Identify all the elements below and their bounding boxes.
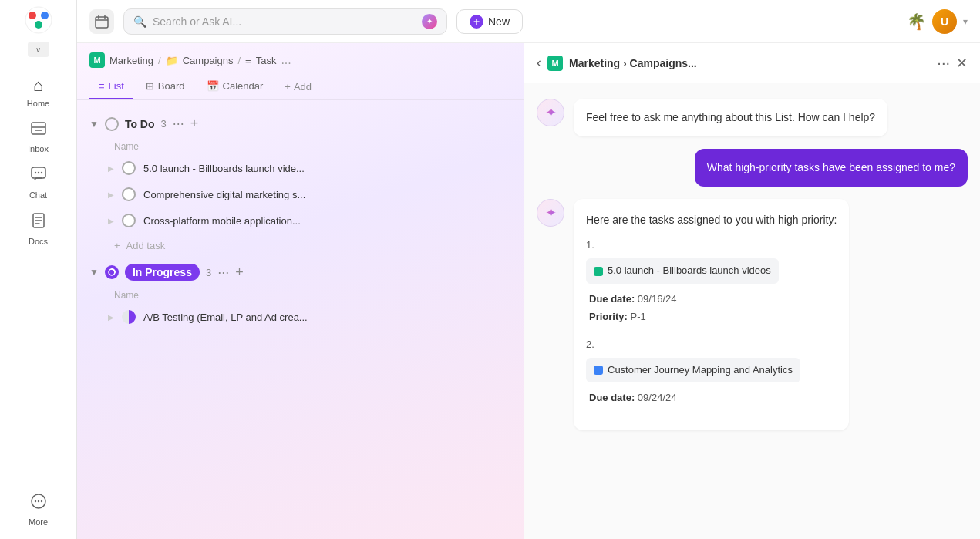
ai-close-button[interactable]: ✕ — [956, 55, 968, 72]
due-value-2: 09/24/24 — [638, 392, 677, 403]
tabs-bar: ≡ List ⊞ Board 📅 Calendar + Add — [77, 74, 524, 100]
breadcrumb-sep1: / — [158, 55, 161, 66]
svg-point-6 — [34, 172, 35, 173]
user-avatar[interactable]: U — [932, 9, 957, 34]
task-result-2: 2. Customer Journey Mapping and Analytic… — [586, 337, 837, 407]
user-message-text-1: What high-priority tasks have been assig… — [707, 161, 955, 173]
ai-workspace-icon: M — [547, 56, 563, 71]
inbox-icon — [30, 120, 47, 141]
task-item[interactable]: ▶ Comprehensive digital marketing s... — [77, 181, 524, 207]
svg-rect-4 — [32, 123, 45, 134]
notification-icon[interactable]: 🌴 — [907, 12, 926, 31]
task-status-circle[interactable] — [122, 187, 136, 201]
ai-more-button[interactable]: ··· — [937, 54, 950, 72]
priority-label-1: Priority: — [589, 311, 628, 322]
ai-response-bubble: Here are the tasks assigned to you with … — [574, 199, 849, 430]
chat-messages: ✦ Feel free to ask me anything about thi… — [524, 83, 980, 539]
task-status-circle[interactable] — [122, 214, 136, 227]
inprogress-add-button[interactable]: + — [235, 264, 244, 281]
task-item[interactable]: ▶ A/B Testing (Email, LP and Ad crea... — [77, 304, 524, 330]
drag-handle-icon: ▶ — [108, 217, 114, 225]
sidebar-item-more[interactable]: More — [0, 487, 76, 533]
task-panel: M Marketing / 📁 Campaigns / ≡ Task ... ≡… — [77, 43, 524, 539]
task-result-number-1: 1. — [586, 237, 837, 254]
workspace-name[interactable]: Marketing — [109, 55, 153, 66]
ai-header-breadcrumb: Marketing › Campaigns... — [569, 57, 931, 69]
sidebar-item-inbox[interactable]: Inbox — [0, 114, 76, 160]
inprogress-group-label: In Progress — [125, 264, 200, 281]
drag-handle-icon: ▶ — [108, 164, 114, 173]
calendar-icon[interactable] — [89, 9, 114, 34]
group-header-todo: ▼ To Do 3 ··· + — [77, 109, 524, 138]
todo-more-button[interactable]: ··· — [173, 116, 184, 132]
task-chip-2[interactable]: Customer Journey Mapping and Analytics — [586, 358, 800, 383]
svg-point-1 — [29, 12, 36, 19]
task-name: A/B Testing (Email, LP and Ad crea... — [143, 312, 308, 323]
inprogress-collapse-icon[interactable]: ▼ — [89, 267, 99, 278]
add-tab-icon: + — [285, 81, 291, 93]
sidebar-item-chat[interactable]: Chat — [0, 160, 76, 206]
due-value-1: 09/16/24 — [638, 293, 677, 305]
due-label-1: Due date: — [589, 293, 635, 305]
svg-point-16 — [40, 500, 42, 502]
calendar-tab-icon: 📅 — [207, 80, 219, 92]
app-logo[interactable] — [25, 6, 52, 37]
ai-message-text-1: Feel free to ask me anything about this … — [586, 111, 875, 123]
add-task-button[interactable]: + Add task — [77, 234, 524, 258]
inprogress-count: 3 — [206, 267, 211, 278]
folder-name[interactable]: Campaigns — [183, 55, 234, 66]
response-intro: Here are the tasks assigned to you with … — [586, 211, 837, 228]
board-tab-icon: ⊞ — [146, 80, 154, 92]
task-status-circle[interactable] — [122, 161, 136, 175]
task-chip-1[interactable]: 5.0 launch - Billboards launch videos — [586, 258, 779, 284]
todo-group-label: To Do — [125, 118, 155, 130]
task-chip-label-2: Customer Journey Mapping and Analytics — [608, 362, 793, 379]
chat-message-ai-2: ✦ Here are the tasks assigned to you wit… — [537, 199, 968, 430]
list-name[interactable]: Task — [256, 55, 277, 66]
sidebar-label-chat: Chat — [29, 190, 47, 200]
tab-add[interactable]: + Add — [275, 75, 321, 99]
calendar-tab-label: Calendar — [223, 80, 264, 92]
chat-icon — [30, 166, 47, 187]
task-chip-dot-2 — [594, 366, 603, 375]
tab-board[interactable]: ⊞ Board — [136, 74, 194, 99]
svg-point-0 — [25, 7, 52, 33]
list-tab-icon: ≡ — [99, 80, 105, 92]
tab-calendar[interactable]: 📅 Calendar — [197, 74, 273, 99]
sidebar-label-docs: Docs — [29, 237, 48, 246]
user-bubble-1: What high-priority tasks have been assig… — [695, 149, 968, 187]
sidebar-label-inbox: Inbox — [28, 144, 49, 153]
breadcrumb-more[interactable]: ... — [281, 53, 291, 67]
task-name: Cross-platform mobile application... — [143, 215, 301, 227]
inprogress-more-button[interactable]: ··· — [217, 264, 229, 281]
task-status-circle-half[interactable] — [122, 310, 136, 324]
sidebar-item-home[interactable]: ⌂ Home — [0, 69, 76, 114]
workspace-icon: M — [89, 52, 105, 68]
todo-collapse-icon[interactable]: ▼ — [89, 119, 99, 130]
main-area: 🔍 Search or Ask AI... ✦ + New 🌴 U ▾ M Ma… — [77, 0, 980, 539]
svg-point-8 — [40, 172, 42, 173]
sidebar-item-docs[interactable]: Docs — [0, 206, 76, 252]
ai-avatar-2: ✦ — [537, 199, 564, 227]
search-placeholder: Search or Ask AI... — [153, 15, 416, 28]
add-tab-label: Add — [294, 81, 312, 93]
avatar-chevron-icon[interactable]: ▾ — [963, 16, 968, 27]
priority-value-1: P-1 — [630, 311, 645, 322]
sidebar-label-more: More — [29, 517, 48, 527]
drag-handle-icon: ▶ — [108, 313, 114, 322]
task-meta-2: Due date: 09/24/24 — [586, 389, 837, 406]
task-item[interactable]: ▶ Cross-platform mobile application... — [77, 207, 524, 234]
new-button[interactable]: + New — [456, 9, 523, 34]
search-bar[interactable]: 🔍 Search or Ask AI... ✦ — [123, 8, 447, 35]
todo-add-button[interactable]: + — [190, 116, 199, 132]
chat-message-ai-1: ✦ Feel free to ask me anything about thi… — [537, 99, 968, 136]
add-task-plus-icon: + — [114, 240, 120, 251]
chat-message-user-1: What high-priority tasks have been assig… — [537, 149, 968, 187]
sidebar-collapse-button[interactable]: ∨ — [28, 42, 49, 57]
task-item[interactable]: ▶ 5.0 launch - Billboards launch vide... — [77, 155, 524, 181]
task-chip-label-1: 5.0 launch - Billboards launch videos — [608, 263, 771, 279]
ai-back-button[interactable]: ‹ — [537, 55, 541, 71]
new-button-plus-icon: + — [470, 15, 483, 29]
col-header-name: Name — [77, 138, 524, 155]
tab-list[interactable]: ≡ List — [89, 74, 133, 99]
